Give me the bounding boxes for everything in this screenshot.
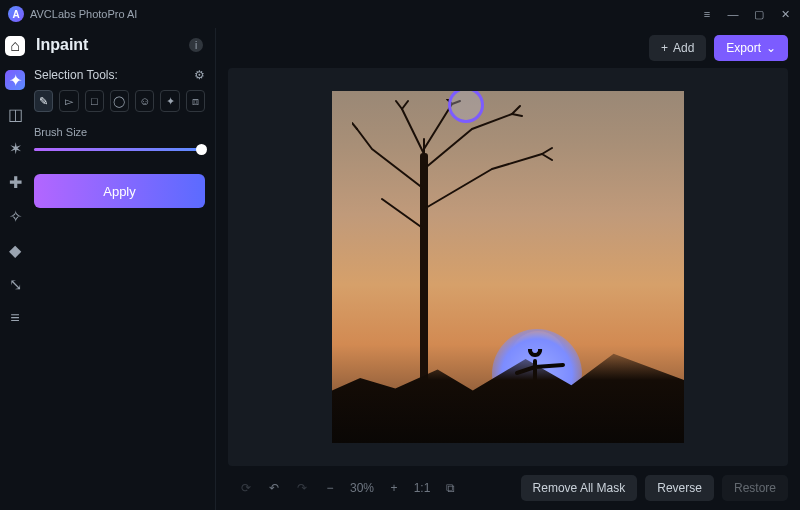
magic-tool[interactable]: ✦ (160, 90, 179, 112)
home-icon[interactable]: ⌂ (5, 36, 25, 56)
plus-icon: + (661, 41, 668, 55)
zoom-level: 30% (350, 481, 374, 495)
brush-size-label: Brush Size (34, 126, 205, 138)
ellipse-tool[interactable]: ◯ (110, 90, 129, 112)
export-button[interactable]: Export ⌄ (714, 35, 788, 61)
side-panel: Inpaint i Selection Tools: ⚙ ✎ ▻ □ ◯ ☺ ✦… (30, 28, 216, 510)
close-icon[interactable]: ✕ (778, 8, 792, 21)
compare-icon[interactable]: ⧉ (442, 481, 458, 495)
brush-tool[interactable]: ✎ (34, 90, 53, 112)
puzzle-icon[interactable]: ✚ (5, 172, 25, 192)
gear-icon[interactable]: ⚙ (194, 68, 205, 82)
resize-icon[interactable]: ⤡ (5, 274, 25, 294)
export-label: Export (726, 41, 761, 55)
refresh-icon[interactable]: ⟳ (238, 481, 254, 495)
zoom-out-icon[interactable]: − (322, 481, 338, 495)
select-all-tool[interactable]: ⧈ (186, 90, 205, 112)
tool-rail: ⌂ ✦ ◫ ✶ ✚ ✧ ◆ ⤡ ≡ (0, 28, 30, 510)
canvas-stage[interactable] (228, 68, 788, 466)
zoom-actual-icon[interactable]: 1:1 (414, 481, 430, 495)
restore-button[interactable]: Restore (722, 475, 788, 501)
brush-size-slider[interactable] (34, 142, 205, 156)
inpaint-icon[interactable]: ✦ (5, 70, 25, 90)
canvas-image (332, 91, 684, 443)
zoom-in-icon[interactable]: + (386, 481, 402, 495)
info-icon[interactable]: i (189, 38, 203, 52)
app-logo: A (8, 6, 24, 22)
bucket-icon[interactable]: ◆ (5, 240, 25, 260)
apply-button[interactable]: Apply (34, 174, 205, 208)
menu-icon[interactable]: ≡ (700, 8, 714, 20)
sparkle-icon[interactable]: ✶ (5, 138, 25, 158)
person-tool[interactable]: ☺ (135, 90, 154, 112)
add-label: Add (673, 41, 694, 55)
app-title: AVCLabs PhotoPro AI (30, 8, 137, 20)
minimize-icon[interactable]: — (726, 8, 740, 20)
remove-all-mask-button[interactable]: Remove All Mask (521, 475, 638, 501)
crop-icon[interactable]: ✧ (5, 206, 25, 226)
maximize-icon[interactable]: ▢ (752, 8, 766, 21)
tree-branches (352, 99, 572, 269)
sliders-icon[interactable]: ≡ (5, 308, 25, 328)
add-button[interactable]: + Add (649, 35, 706, 61)
chevron-down-icon: ⌄ (766, 41, 776, 55)
selection-toolbar: ✎ ▻ □ ◯ ☺ ✦ ⧈ (34, 90, 205, 112)
rect-tool[interactable]: □ (85, 90, 104, 112)
undo-icon[interactable]: ↶ (266, 481, 282, 495)
panel-title: Inpaint (36, 36, 88, 54)
pointer-tool[interactable]: ▻ (59, 90, 78, 112)
selection-tools-label: Selection Tools: (34, 68, 118, 82)
top-toolbar: + Add Export ⌄ (216, 28, 800, 68)
title-bar: A AVCLabs PhotoPro AI ≡ — ▢ ✕ (0, 0, 800, 28)
bottom-toolbar: ⟳ ↶ ↷ − 30% + 1:1 ⧉ Remove All Mask Reve… (216, 466, 800, 510)
mask-icon[interactable]: ◫ (5, 104, 25, 124)
reverse-button[interactable]: Reverse (645, 475, 714, 501)
redo-icon[interactable]: ↷ (294, 481, 310, 495)
